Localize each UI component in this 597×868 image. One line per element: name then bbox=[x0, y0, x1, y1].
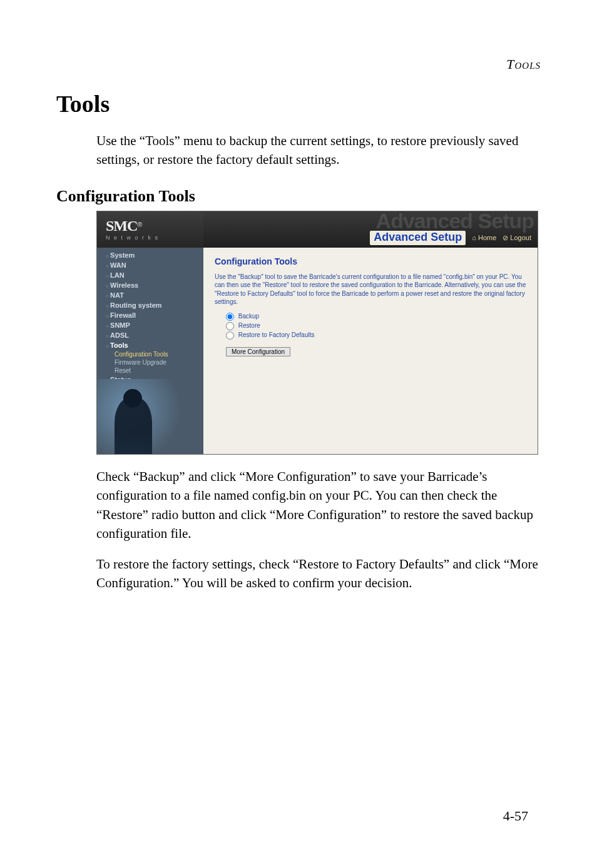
body-paragraph-2: To restore the factory settings, check “… bbox=[96, 555, 541, 593]
logo-subtext: N e t w o r k s bbox=[106, 235, 203, 241]
sidebar-item-snmp[interactable]: SNMP bbox=[97, 320, 203, 330]
sidebar-decorative-image bbox=[97, 379, 203, 454]
radio-restore[interactable]: Restore bbox=[226, 322, 528, 330]
sidebar-sub-reset[interactable]: Reset bbox=[97, 366, 203, 375]
page-title: Tools bbox=[56, 90, 541, 118]
panel-description: Use the "Backup" tool to save the Barric… bbox=[215, 273, 528, 306]
panel-title: Configuration Tools bbox=[215, 256, 528, 266]
sidebar-item-wan[interactable]: WAN bbox=[97, 260, 203, 270]
more-configuration-button[interactable]: More Configuration bbox=[226, 347, 290, 356]
body-paragraph-1: Check “Backup” and click “More Configura… bbox=[96, 467, 541, 543]
radio-factory-input[interactable] bbox=[226, 331, 234, 340]
logo-text: SMC bbox=[106, 218, 137, 234]
sidebar-item-system[interactable]: System bbox=[97, 250, 203, 260]
page-number: 4-57 bbox=[503, 808, 528, 824]
radio-backup[interactable]: Backup bbox=[226, 313, 528, 321]
sidebar-item-firewall[interactable]: Firewall bbox=[97, 310, 203, 320]
sidebar-item-status[interactable]: Status bbox=[97, 375, 203, 385]
setup-mode-label: Advanced Setup bbox=[370, 231, 466, 245]
home-icon: ⌂ bbox=[472, 234, 478, 241]
sidebar-nav: System WAN LAN Wireless NAT Routing syst… bbox=[97, 248, 203, 454]
registered-mark: ® bbox=[137, 221, 142, 228]
radio-backup-label: Backup bbox=[238, 313, 259, 320]
sidebar-item-adsl[interactable]: ADSL bbox=[97, 330, 203, 340]
router-admin-screenshot: SMC® N e t w o r k s Advanced Setup Adva… bbox=[96, 211, 538, 455]
radio-restore-label: Restore bbox=[238, 322, 260, 329]
home-link[interactable]: ⌂ Home bbox=[472, 234, 496, 241]
sidebar-sub-config-tools[interactable]: Configuration Tools bbox=[97, 350, 203, 358]
radio-backup-input[interactable] bbox=[226, 313, 234, 321]
sidebar-item-lan[interactable]: LAN bbox=[97, 270, 203, 280]
logout-icon: ⊘ bbox=[503, 234, 510, 241]
radio-factory[interactable]: Restore to Factory Defaults bbox=[226, 331, 528, 340]
brand-logo: SMC® N e t w o r k s bbox=[97, 211, 203, 248]
logout-link[interactable]: ⊘ Logout bbox=[503, 234, 531, 242]
sidebar-item-nat[interactable]: NAT bbox=[97, 290, 203, 300]
sidebar-sub-firmware[interactable]: Firmware Upgrade bbox=[97, 358, 203, 366]
radio-factory-label: Restore to Factory Defaults bbox=[238, 331, 315, 338]
section-heading: Configuration Tools bbox=[56, 187, 541, 206]
app-header: SMC® N e t w o r k s Advanced Setup Adva… bbox=[97, 211, 538, 248]
header-banner: Advanced Setup Advanced Setup ⌂ Home ⊘ L… bbox=[203, 211, 538, 248]
app-body: System WAN LAN Wireless NAT Routing syst… bbox=[97, 248, 538, 454]
sidebar-item-routing[interactable]: Routing system bbox=[97, 300, 203, 310]
content-panel: Configuration Tools Use the "Backup" too… bbox=[203, 248, 538, 454]
radio-restore-input[interactable] bbox=[226, 322, 234, 330]
intro-paragraph: Use the “Tools” menu to backup the curre… bbox=[96, 131, 541, 169]
running-header: Tools bbox=[56, 56, 541, 73]
sidebar-item-wireless[interactable]: Wireless bbox=[97, 280, 203, 290]
banner-watermark: Advanced Setup bbox=[376, 211, 534, 233]
sidebar-item-tools[interactable]: Tools bbox=[97, 340, 203, 350]
